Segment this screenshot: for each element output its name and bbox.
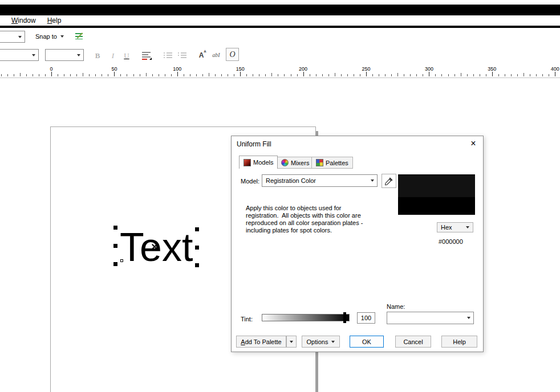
ruler-tick	[234, 74, 234, 76]
add-to-palette-arrow-button[interactable]	[286, 336, 297, 348]
ruler-tick	[177, 72, 178, 76]
chevron-down-icon	[331, 341, 335, 343]
tab-mixers[interactable]: Mixers	[277, 157, 314, 169]
name-combo[interactable]	[387, 312, 474, 324]
options-button[interactable]: Options	[302, 336, 340, 348]
selection-handle-top-right[interactable]	[195, 227, 199, 231]
ruler-label: 50	[111, 66, 117, 72]
ruler-label: 150	[236, 66, 245, 72]
ruler-tick	[76, 74, 77, 76]
snap-to-label: Snap to	[35, 33, 57, 40]
page-border-top	[50, 126, 316, 127]
chevron-down-icon	[77, 54, 80, 56]
standard-toolbar: Snap to	[0, 28, 560, 45]
ruler-tick	[221, 74, 222, 76]
ruler-tick	[202, 74, 203, 76]
chevron-down-icon	[290, 341, 293, 343]
ruler-tick	[33, 74, 33, 76]
close-button[interactable]: ×	[468, 138, 478, 149]
bold-button[interactable]: B	[91, 50, 104, 62]
ruler-tick	[70, 74, 71, 76]
selection-handle-bottom-right[interactable]	[195, 263, 199, 267]
font-size-combo[interactable]	[45, 49, 84, 61]
ruler-tick	[265, 74, 266, 76]
text-alignment-button[interactable]	[140, 50, 153, 62]
ruler-tick	[455, 74, 455, 76]
ruler-tick	[492, 72, 493, 76]
page-border-left	[50, 126, 51, 392]
hex-format-dropdown[interactable]: Hex	[437, 222, 473, 232]
selection-handle-mid-left[interactable]	[113, 244, 117, 248]
ruler-tick	[20, 73, 21, 76]
selection-handle-top-left[interactable]	[113, 226, 117, 230]
ruler-tick	[385, 74, 385, 76]
text-property-bar: B I U A▲ abI O	[0, 45, 560, 64]
dialog-title: Uniform Fill	[237, 140, 271, 148]
ruler-tick	[7, 74, 8, 76]
eyedropper-button[interactable]	[382, 174, 396, 188]
selection-handle-mid-right[interactable]	[195, 246, 199, 250]
italic-button[interactable]: I	[107, 50, 119, 62]
mixers-icon	[281, 159, 289, 166]
ruler-tick	[303, 72, 304, 76]
bulleted-list-icon	[164, 52, 172, 59]
ruler-tick	[89, 74, 90, 76]
ruler-tick	[467, 74, 468, 76]
ruler-tick	[366, 72, 367, 76]
ruler-tick	[542, 74, 543, 76]
ruler-label: 0	[50, 66, 52, 72]
ruler-tick	[95, 74, 96, 76]
ruler-tick	[240, 72, 241, 76]
ruler-tick	[322, 74, 323, 76]
color-preview	[398, 174, 475, 215]
edit-text-icon: A▲	[199, 51, 204, 59]
tint-value-input[interactable]: 100	[357, 312, 375, 324]
tint-slider-thumb[interactable]	[343, 312, 346, 323]
bulleted-list-button[interactable]	[161, 50, 174, 62]
tint-slider[interactable]	[262, 314, 350, 321]
toolbar-zoom-combo[interactable]	[0, 31, 25, 43]
snap-to-dropdown[interactable]: Snap to	[35, 30, 64, 43]
drop-cap-button[interactable]	[176, 50, 188, 62]
ruler-tick	[45, 74, 46, 76]
font-list-combo[interactable]	[0, 49, 39, 61]
ruler-tick	[498, 74, 499, 76]
ruler-tick	[391, 74, 392, 76]
ok-button[interactable]: OK	[350, 336, 384, 348]
ruler-tick	[549, 74, 549, 76]
horizontal-ruler[interactable]: 050100150200250300350400	[0, 64, 560, 78]
ruler-tick	[120, 74, 121, 76]
underline-button[interactable]: U	[120, 50, 133, 62]
edit-text-button[interactable]: A▲	[195, 49, 208, 61]
model-combo-value: Registration Color	[266, 177, 316, 184]
ruler-tick	[278, 74, 278, 76]
menu-item-window[interactable]: Window	[6, 17, 42, 24]
text-node-handle[interactable]	[120, 259, 123, 262]
color-preview-new	[398, 197, 475, 215]
ruler-label: 250	[362, 66, 370, 72]
ruler-tick	[114, 72, 115, 76]
help-button[interactable]: Help	[441, 336, 477, 348]
model-combo[interactable]: Registration Color	[262, 174, 378, 187]
ruler-tick	[555, 72, 555, 76]
tab-palettes[interactable]: Palettes	[311, 157, 353, 169]
ruler-tick	[511, 74, 512, 76]
cancel-button[interactable]: Cancel	[395, 336, 431, 348]
tab-models[interactable]: Models	[239, 156, 278, 169]
ruler-tick	[354, 74, 354, 76]
snapping-options-button[interactable]	[75, 32, 84, 40]
ruler-tick	[171, 74, 172, 76]
ruler-tick	[429, 72, 429, 76]
ruler-tick	[184, 74, 184, 76]
palettes-icon	[316, 159, 323, 166]
ruler-tick	[480, 74, 480, 76]
add-to-palette-button[interactable]: Add To Palette	[236, 336, 286, 348]
o-glyph-button[interactable]: O	[226, 48, 239, 61]
selection-handle-bottom-left[interactable]	[113, 262, 117, 266]
menu-item-help[interactable]: Help	[42, 17, 67, 24]
ruler-tick	[246, 74, 247, 76]
ruler-tick	[83, 73, 83, 76]
text-cursor-button[interactable]: abI	[210, 49, 222, 61]
ruler-tick	[517, 74, 518, 76]
ruler-tick	[39, 74, 39, 76]
